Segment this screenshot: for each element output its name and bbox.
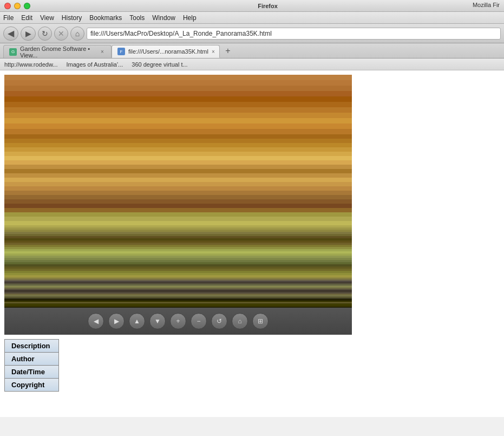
menu-edit[interactable]: Edit [21, 14, 32, 22]
home-button[interactable]: ⌂ [70, 27, 84, 41]
tab-close-garden-gnome[interactable]: × [99, 48, 106, 56]
zoom-in-button[interactable]: + [170, 313, 186, 329]
table-row: Author [5, 353, 59, 366]
tabs-bar: G Garden Gnome Software • View... × F fi… [0, 43, 504, 58]
table-row: Date/Time [5, 366, 59, 379]
description-label: Description [5, 340, 59, 353]
tab-garden-gnome[interactable]: G Garden Gnome Software • View... × [3, 45, 112, 58]
bookmark-360-degree[interactable]: 360 degree virtual t... [132, 61, 187, 68]
back-button[interactable]: ◀ [3, 27, 18, 41]
bookmark-rodedw[interactable]: http://www.rodedw... [4, 61, 57, 68]
author-label: Author [5, 353, 59, 366]
datetime-label: Date/Time [5, 366, 59, 379]
menu-file[interactable]: File [3, 14, 14, 22]
stop-button[interactable]: ✕ [54, 27, 68, 41]
menu-help[interactable]: Help [183, 14, 197, 22]
url-bar[interactable]: file:///Users/MacPro/Desktop/A_La_Ronde_… [87, 28, 501, 40]
menu-view[interactable]: View [40, 14, 54, 22]
table-row: Description [5, 340, 59, 353]
tab-favicon-garden-gnome: G [9, 48, 17, 56]
bookmark-images-australia[interactable]: Images of Australia'... [66, 61, 123, 68]
close-button[interactable] [4, 3, 11, 9]
maximize-button[interactable] [24, 3, 30, 9]
panorama-image[interactable] [4, 75, 352, 308]
menu-tools[interactable]: Tools [129, 14, 145, 22]
tab-label-panorama: file:///Users/...norama35K.html [128, 48, 208, 55]
pan-left-button[interactable]: ◀ [88, 313, 104, 329]
copyright-label: Copyright [5, 379, 59, 392]
rotate-button[interactable]: ↺ [211, 313, 227, 329]
bookmarks-bar: http://www.rodedw... Images of Australia… [0, 58, 504, 70]
content-area: ◀ ▶ ▲ ▼ + − ↺ ⌂ ⊞ Description Author Dat… [0, 70, 504, 417]
title-bar: Firefox Mozilla Fir [0, 0, 504, 12]
tab-label-garden-gnome: Garden Gnome Software • View... [20, 45, 96, 58]
tilt-down-button[interactable]: ▼ [149, 313, 166, 329]
menu-history[interactable]: History [62, 14, 82, 22]
minimize-button[interactable] [14, 3, 21, 9]
new-tab-button[interactable]: + [222, 45, 234, 57]
tab-close-panorama[interactable]: × [212, 48, 215, 55]
home-view-button[interactable]: ⌂ [232, 313, 248, 329]
forward-button[interactable]: ▶ [21, 27, 36, 41]
pan-right-button[interactable]: ▶ [108, 313, 125, 329]
menu-bookmarks[interactable]: Bookmarks [89, 14, 122, 22]
info-table: Description Author Date/Time Copyright [4, 339, 59, 392]
menu-window[interactable]: Window [152, 14, 175, 22]
app-title: Firefox [36, 3, 500, 9]
window-controls [4, 3, 30, 9]
zoom-out-button[interactable]: − [191, 313, 207, 329]
nav-bar: ◀ ▶ ↻ ✕ ⌂ file:///Users/MacPro/Desktop/A… [0, 24, 504, 43]
table-row: Copyright [5, 379, 59, 392]
refresh-button[interactable]: ↻ [38, 27, 52, 41]
tab-favicon-panorama: F [117, 48, 125, 55]
url-text: file:///Users/MacPro/Desktop/A_La_Ronde_… [90, 30, 272, 37]
panorama-controls: ◀ ▶ ▲ ▼ + − ↺ ⌂ ⊞ [4, 308, 352, 335]
panorama-container: ◀ ▶ ▲ ▼ + − ↺ ⌂ ⊞ [4, 75, 352, 335]
mozilla-label: Mozilla Fir [473, 2, 500, 8]
tab-panorama[interactable]: F file:///Users/...norama35K.html × [112, 45, 220, 58]
fullscreen-button[interactable]: ⊞ [252, 313, 269, 329]
menu-bar: File Edit View History Bookmarks Tools W… [0, 12, 504, 24]
tilt-up-button[interactable]: ▲ [129, 313, 145, 329]
